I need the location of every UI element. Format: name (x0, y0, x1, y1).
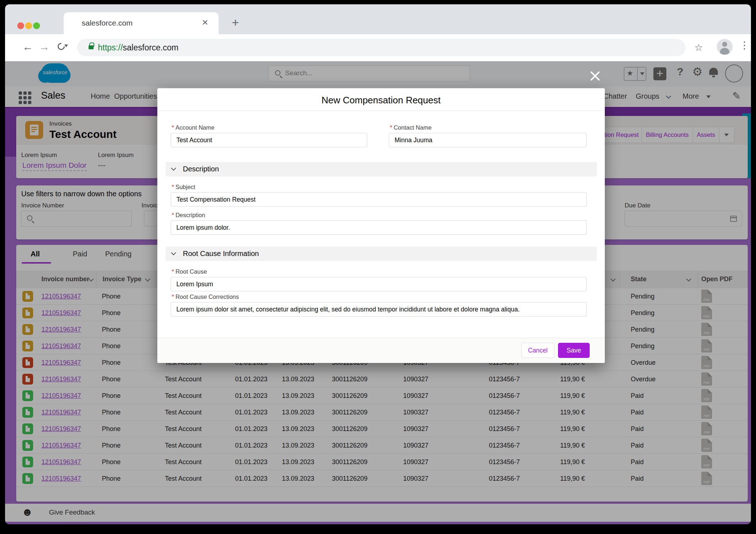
contact-name-label: *Contact Name (390, 124, 432, 131)
root-cause-corrections-input[interactable]: Lorem ipsum dolor sit amet, consectetur … (171, 302, 587, 317)
browser-tab-strip: salesforce.com ✕ + (5, 4, 751, 34)
contact-name-input[interactable]: Minna Juuma (389, 133, 587, 147)
browser-menu-icon[interactable]: ⋮ (739, 39, 750, 51)
root-cause-input[interactable]: Lorem Ipsum (171, 277, 587, 291)
address-bar[interactable]: https://salesforce.com (77, 39, 685, 56)
modal-footer: Cancel Save (157, 338, 605, 363)
url-text: https://salesforce.com (98, 43, 179, 53)
root-cause-corrections-label: *Root Cause Corrections (172, 293, 239, 300)
new-compensation-request-modal: New Compensation Request *Account Name T… (157, 88, 605, 363)
description-input[interactable]: Lorem ipsum dolor. (171, 220, 587, 235)
modal-title-divider (157, 111, 605, 111)
tab-close-icon[interactable]: ✕ (202, 18, 208, 27)
section-title: Root Cause Information (183, 250, 259, 258)
window-close-button[interactable] (17, 22, 24, 29)
browser-profile-avatar[interactable] (717, 39, 733, 55)
cancel-button[interactable]: Cancel (521, 343, 554, 358)
back-icon[interactable]: ← (22, 41, 33, 53)
save-button[interactable]: Save (558, 343, 590, 358)
browser-tab[interactable]: salesforce.com ✕ (64, 12, 219, 34)
browser-toolbar: ← → https://salesforce.com ☆ ⋮ (5, 34, 751, 61)
bookmark-star-icon[interactable]: ☆ (694, 42, 704, 51)
tab-title: salesforce.com (82, 19, 132, 27)
description-label: *Description (172, 212, 205, 219)
section-title: Description (183, 165, 219, 173)
window-maximize-button[interactable] (33, 22, 40, 29)
url-protocol: https:// (98, 43, 123, 52)
lock-icon (89, 45, 94, 49)
subject-label: *Subject (172, 184, 195, 190)
section-description[interactable]: Description (166, 162, 597, 176)
account-name-input[interactable]: Test Account (171, 133, 367, 147)
forward-icon[interactable]: → (39, 41, 50, 53)
section-collapse-icon[interactable] (171, 250, 176, 255)
browser-window: salesforce.com ✕ + ← → https://salesforc… (0, 0, 756, 534)
modal-title: New Compensation Request (157, 95, 605, 106)
reload-icon[interactable] (56, 41, 66, 51)
section-collapse-icon[interactable] (171, 166, 176, 171)
account-name-label: *Account Name (172, 124, 215, 131)
section-root-cause-information[interactable]: Root Cause Information (166, 247, 597, 261)
url-host: salesforce.com (123, 43, 179, 52)
subject-input[interactable]: Test Compensation Request (171, 192, 587, 207)
root-cause-label: *Root Cause (172, 268, 207, 275)
new-tab-button[interactable]: + (230, 17, 241, 28)
window-minimize-button[interactable] (25, 22, 32, 29)
modal-close-icon[interactable] (589, 70, 601, 82)
